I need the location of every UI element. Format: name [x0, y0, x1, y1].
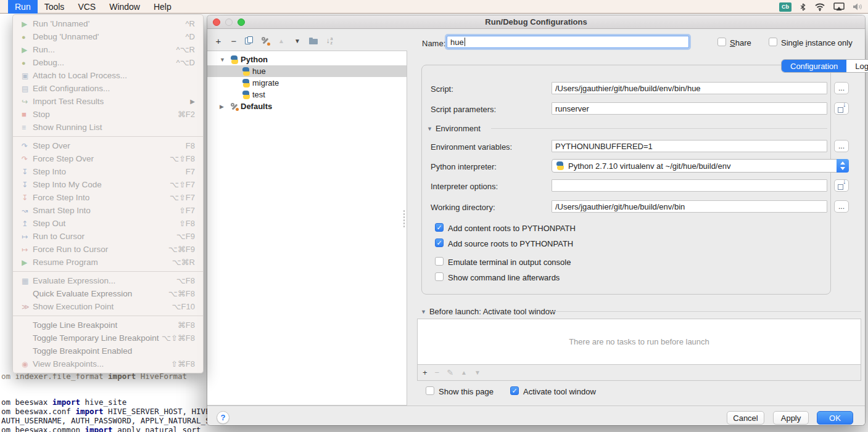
environment-section-header[interactable]: ▼ Environment — [427, 124, 481, 133]
show-this-page-checkbox[interactable] — [426, 386, 434, 395]
add-task-button[interactable]: + — [423, 368, 428, 377]
dialog-titlebar[interactable]: Run/Debug Configurations — [207, 15, 865, 29]
window-controls — [213, 18, 245, 26]
menu-item-toggle-temporary-line-breakpoint[interactable]: Toggle Temporary Line Breakpoint⌥⇧⌘F8 — [13, 332, 203, 344]
ok-button[interactable]: OK — [817, 411, 853, 425]
menubar-item-help[interactable]: Help — [147, 0, 178, 14]
script-parameters-input[interactable]: runserver — [552, 102, 827, 115]
name-input[interactable]: hue — [447, 36, 689, 48]
menu-item-run[interactable]: ▶Run...^⌥R — [13, 43, 203, 56]
menu-item-force-step-over[interactable]: ↷Force Step Over⌥⇧F8 — [13, 152, 203, 165]
menu-item-run-unnamed[interactable]: ▶Run 'Unnamed'^R — [13, 17, 203, 30]
expand-interpreter-options-button[interactable]: ↓ — [834, 179, 849, 192]
menu-item-resume-program[interactable]: ▶Resume Program⌥⌘R — [13, 256, 203, 269]
menubar-item-run[interactable]: Run — [8, 0, 38, 14]
wifi-icon[interactable] — [814, 2, 825, 11]
apply-button[interactable]: Apply — [773, 411, 809, 425]
menu-item-show-execution-point[interactable]: ≫Show Execution Point⌥F10 — [13, 300, 203, 313]
cb-app-icon[interactable]: Cb — [779, 2, 792, 12]
tree-collapsed-icon[interactable]: ▶ — [220, 104, 226, 110]
menubar-item-window[interactable]: Window — [102, 0, 147, 14]
menubar-item-tools[interactable]: Tools — [38, 0, 72, 14]
add-source-roots-checkbox[interactable]: ✓ — [435, 238, 444, 247]
add-content-roots-checkbox[interactable]: ✓ — [435, 223, 444, 232]
menu-item-force-run-to-cursor[interactable]: ↦Force Run to Cursor⌥⌘F9 — [13, 243, 203, 256]
evaluate-expression-icon: ▦ — [22, 277, 33, 285]
move-up-button[interactable]: ▲ — [275, 35, 287, 47]
menu-item-step-over[interactable]: ↷Step OverF8 — [13, 139, 203, 152]
force-step-into-icon: ↧ — [22, 194, 33, 202]
menu-item-step-into-my-code[interactable]: ↧Step Into My Code⌥⇧F7 — [13, 178, 203, 191]
help-button[interactable]: ? — [217, 411, 229, 424]
move-task-down-button[interactable]: ▼ — [474, 369, 481, 376]
move-task-up-button[interactable]: ▲ — [461, 369, 467, 376]
working-directory-label: Working directory: — [431, 203, 495, 212]
activate-tool-window-checkbox[interactable]: ✓ — [510, 386, 519, 395]
interpreter-options-input[interactable] — [552, 179, 827, 192]
browse-working-directory-button[interactable]: ... — [834, 200, 849, 213]
tree-expanded-icon[interactable]: ▼ — [220, 57, 226, 63]
menu-item-force-step-into[interactable]: ↧Force Step Into⌥⇧F7 — [13, 191, 203, 204]
close-window-button[interactable] — [213, 18, 220, 26]
menu-item-import-test-results[interactable]: ↪Import Test Results▶ — [13, 95, 203, 108]
bluetooth-icon[interactable] — [800, 2, 806, 12]
menubar-item-vcs[interactable]: VCS — [71, 0, 102, 14]
menu-item-attach-to-local-process[interactable]: ▣Attach to Local Process... — [13, 69, 203, 82]
edit-task-button[interactable]: ✎ — [447, 368, 453, 377]
airplay-icon[interactable] — [833, 2, 845, 11]
tree-node-python[interactable]: ▼ Python — [207, 54, 407, 65]
menu-item-toggle-line-breakpoint[interactable]: Toggle Line Breakpoint⌘F8 — [13, 319, 203, 332]
tree-node-test[interactable]: test — [207, 89, 407, 100]
menu-item-step-into[interactable]: ↧Step IntoF7 — [13, 165, 203, 178]
cancel-button[interactable]: Cancel — [727, 411, 764, 425]
before-launch-task-list[interactable]: There are no tasks to run before launch — [417, 319, 861, 365]
remove-task-button[interactable]: − — [435, 368, 440, 377]
single-instance-checkbox[interactable] — [769, 38, 777, 46]
share-checkbox[interactable] — [717, 38, 726, 46]
show-command-line-checkbox[interactable] — [435, 272, 444, 281]
before-launch-section-header[interactable]: ▼ Before launch: Activate tool window — [421, 307, 555, 316]
remove-configuration-button[interactable]: − — [228, 35, 240, 47]
copy-configuration-button[interactable] — [243, 35, 255, 47]
browse-script-button[interactable]: ... — [834, 82, 849, 94]
working-directory-input[interactable]: /Users/jgauthier/git/hue/build/env/bin — [552, 200, 827, 213]
combo-stepper-icon[interactable] — [837, 159, 849, 173]
tree-node-defaults[interactable]: ▶ Defaults — [207, 100, 407, 112]
menu-item-evaluate-expression[interactable]: ▦Evaluate Expression...⌥F8 — [13, 274, 203, 287]
move-down-button[interactable]: ▼ — [291, 35, 304, 47]
menu-item-debug-unnamed[interactable]: ●Debug 'Unnamed'^D — [13, 30, 203, 43]
environment-variables-input[interactable]: PYTHONUNBUFFERED=1 — [552, 140, 827, 152]
menu-item-debug[interactable]: ●Debug...^⌥D — [13, 56, 203, 69]
python-interpreter-select[interactable]: Python 2.7.10 virtualenv at ~/git/hue/bu… — [552, 159, 849, 173]
menu-item-quick-evaluate-expression[interactable]: Quick Evaluate Expression⌥⌘F8 — [13, 287, 203, 300]
running-list-icon: ≡ — [22, 123, 33, 132]
volume-icon[interactable] — [853, 2, 863, 11]
name-label: Name: — [422, 39, 445, 48]
show-command-line-label: Show command line afterwards — [448, 273, 560, 282]
tab-configuration[interactable]: Configuration — [782, 60, 846, 72]
menu-item-smart-step-into[interactable]: ↝Smart Step Into⇧F7 — [13, 204, 203, 217]
menu-item-stop[interactable]: ■Stop⌘F2 — [13, 108, 203, 121]
tree-node-migrate[interactable]: migrate — [207, 77, 407, 89]
emulate-terminal-checkbox[interactable] — [435, 257, 444, 266]
script-input[interactable]: /Users/jgauthier/git/hue/build/env/bin/h… — [552, 82, 827, 94]
create-folder-button[interactable] — [307, 35, 320, 47]
menu-item-toggle-breakpoint-enabled[interactable]: Toggle Breakpoint Enabled — [13, 344, 203, 357]
tab-logs[interactable]: Logs — [846, 60, 868, 72]
python-interpreter-label: Python interpreter: — [431, 162, 497, 171]
browse-environment-variables-button[interactable]: ... — [834, 140, 849, 152]
menu-item-step-out[interactable]: ↥Step Out⇧F8 — [13, 217, 203, 230]
sort-configurations-button[interactable]: ↓az — [323, 35, 336, 47]
edit-defaults-button[interactable] — [259, 35, 271, 47]
panel-splitter[interactable] — [403, 210, 405, 228]
tree-node-hue[interactable]: hue — [207, 65, 407, 77]
add-configuration-button[interactable]: + — [212, 35, 225, 47]
zoom-window-button[interactable] — [238, 18, 245, 26]
minimize-window-button[interactable] — [225, 18, 233, 26]
menu-item-run-to-cursor[interactable]: ↦Run to Cursor⌥F9 — [13, 230, 203, 243]
expand-script-parameters-button[interactable]: ↓ — [834, 102, 849, 115]
menu-item-show-running-list[interactable]: ≡Show Running List — [13, 121, 203, 134]
menu-item-view-breakpoints[interactable]: ◉View Breakpoints...⇧⌘F8 — [13, 357, 203, 370]
menu-item-edit-configurations[interactable]: ▤Edit Configurations... — [13, 82, 203, 95]
expand-editor-icon: ↓ — [838, 105, 846, 113]
